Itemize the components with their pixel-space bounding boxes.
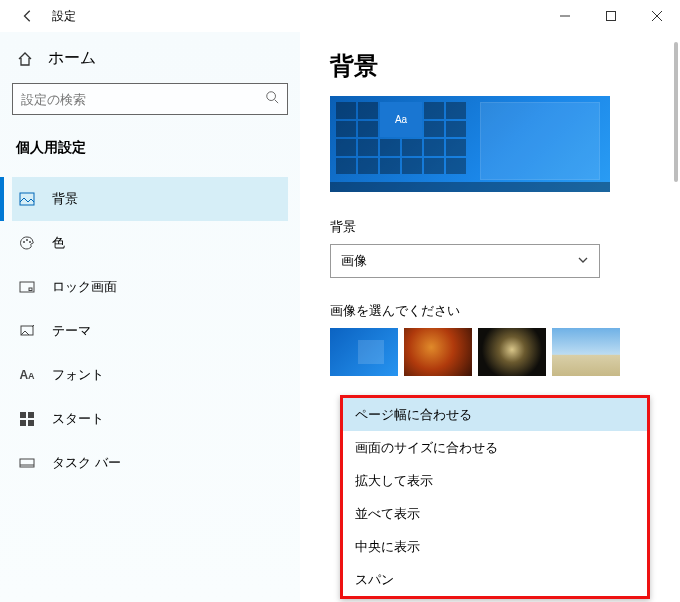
svg-rect-4 — [20, 193, 34, 205]
sidebar: ホーム 個人用設定 背景 色 ロック画面 テーマ — [0, 32, 300, 602]
search-box[interactable] — [12, 83, 288, 115]
svg-point-7 — [29, 241, 31, 243]
thumbnail[interactable] — [478, 328, 546, 376]
background-label: 背景 — [330, 218, 650, 236]
choose-image-label: 画像を選んでください — [330, 302, 650, 320]
nav-label: ロック画面 — [52, 278, 117, 296]
nav-lockscreen[interactable]: ロック画面 — [12, 265, 288, 309]
svg-rect-13 — [20, 420, 26, 426]
maximize-button[interactable] — [588, 0, 634, 32]
svg-rect-14 — [28, 420, 34, 426]
desktop-preview: Aa — [330, 96, 610, 192]
svg-rect-9 — [29, 288, 32, 291]
preview-sample-text: Aa — [380, 102, 422, 137]
nav-taskbar[interactable]: タスク バー — [12, 441, 288, 485]
fit-option[interactable]: 並べて表示 — [343, 497, 647, 530]
search-input[interactable] — [21, 92, 265, 107]
scrollbar[interactable] — [674, 42, 678, 182]
start-icon — [18, 412, 36, 426]
fit-dropdown-menu: ページ幅に合わせる 画面のサイズに合わせる 拡大して表示 並べて表示 中央に表示… — [340, 395, 650, 599]
font-icon: AA — [18, 368, 36, 382]
thumbnail[interactable] — [552, 328, 620, 376]
fit-option[interactable]: 画面のサイズに合わせる — [343, 431, 647, 464]
fit-option[interactable]: 中央に表示 — [343, 530, 647, 563]
search-icon — [265, 90, 279, 108]
titlebar: 設定 — [0, 0, 680, 32]
picture-icon — [18, 191, 36, 207]
svg-rect-15 — [20, 459, 34, 467]
nav-label: フォント — [52, 366, 104, 384]
background-dropdown[interactable]: 画像 — [330, 244, 600, 278]
nav-label: 背景 — [52, 190, 78, 208]
svg-point-6 — [26, 239, 28, 241]
home-label: ホーム — [48, 48, 96, 69]
section-title: 個人用設定 — [12, 135, 288, 161]
dropdown-value: 画像 — [341, 252, 367, 270]
chevron-down-icon — [577, 254, 589, 269]
nav-label: スタート — [52, 410, 104, 428]
image-thumbnails — [330, 328, 650, 376]
nav-background[interactable]: 背景 — [12, 177, 288, 221]
lockscreen-icon — [18, 279, 36, 295]
palette-icon — [18, 235, 36, 251]
theme-icon — [18, 323, 36, 339]
close-button[interactable] — [634, 0, 680, 32]
nav-label: タスク バー — [52, 454, 121, 472]
fit-option[interactable]: スパン — [343, 563, 647, 596]
svg-point-2 — [267, 92, 276, 101]
svg-rect-1 — [607, 12, 616, 21]
taskbar-icon — [18, 455, 36, 471]
nav-fonts[interactable]: AA フォント — [12, 353, 288, 397]
window-title: 設定 — [52, 8, 76, 25]
minimize-button[interactable] — [542, 0, 588, 32]
svg-rect-12 — [28, 412, 34, 418]
fit-option[interactable]: ページ幅に合わせる — [343, 398, 647, 431]
svg-line-3 — [275, 100, 279, 104]
nav-label: 色 — [52, 234, 65, 252]
nav-themes[interactable]: テーマ — [12, 309, 288, 353]
home-link[interactable]: ホーム — [12, 40, 288, 83]
home-icon — [16, 51, 34, 67]
page-title: 背景 — [330, 50, 650, 82]
nav-colors[interactable]: 色 — [12, 221, 288, 265]
fit-option[interactable]: 拡大して表示 — [343, 464, 647, 497]
thumbnail[interactable] — [404, 328, 472, 376]
svg-rect-11 — [20, 412, 26, 418]
nav-label: テーマ — [52, 322, 91, 340]
back-button[interactable] — [12, 9, 44, 23]
nav-start[interactable]: スタート — [12, 397, 288, 441]
svg-point-5 — [23, 241, 25, 243]
thumbnail[interactable] — [330, 328, 398, 376]
